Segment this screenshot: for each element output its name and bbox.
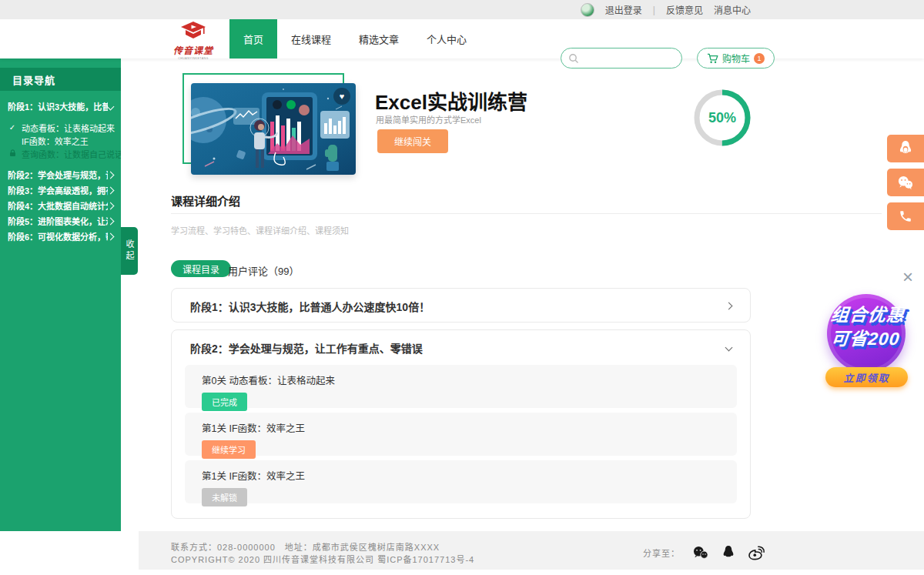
phone-contact-button[interactable] (887, 202, 924, 230)
sidebar-item-stage1[interactable]: 阶段1：认识3大技能，比普通人... (0, 99, 121, 114)
sidebar-title: 目录导航 (0, 68, 121, 91)
qq-icon (898, 140, 913, 157)
share-bar: 分享至： (643, 545, 766, 560)
catalog-sidebar: 目录导航 阶段1：认识3大技能，比普通人... ✓ 动态看板：让表格动起来 IF… (0, 59, 121, 531)
cart-icon (707, 53, 718, 64)
tab-course-catalog[interactable]: 课程目录 (171, 260, 231, 277)
sidebar-item-stage3[interactable]: 阶段3：学会高级透视，拥有同时... (0, 182, 121, 198)
check-icon: ✓ (8, 123, 17, 132)
sidebar-collapse-tab[interactable]: 收起 (121, 227, 138, 275)
sidebar-item-stage2[interactable]: 阶段2：学会处理与规范，让工作... (0, 167, 121, 182)
progress-percent: 50% (691, 87, 753, 149)
share-wechat-icon[interactable] (692, 546, 709, 560)
lesson-row-dashboard[interactable]: 第0关 动态看板：让表格动起来 已完成 (185, 365, 737, 408)
sidebar-item-stage5[interactable]: 阶段5：进阶图表美化，让汇报一... (0, 213, 121, 229)
lesson-row-if-continue[interactable]: 第1关 IF函数：效率之王 继续学习 (185, 413, 737, 456)
stage2-card: 阶段2：学会处理与规范，让工作有重点、零错误 第0关 动态看板：让表格动起来 已… (171, 329, 751, 519)
cart-count-badge: 1 (754, 53, 765, 64)
lesson-row-if-locked[interactable]: 第1关 IF函数：效率之王 未解锁 (185, 460, 737, 503)
chevron-right-icon (107, 171, 115, 179)
nav-menu: 首页 在线课程 精选文章 个人中心 (229, 19, 480, 59)
course-cover-illustration (191, 83, 356, 175)
tab-user-comments[interactable]: 用户评论（99） (228, 263, 299, 278)
course-title: Excel实战训练营 (375, 86, 527, 115)
cart-button[interactable]: 购物车 1 (697, 48, 775, 69)
sidebar-list: 阶段1：认识3大技能，比普通人... ✓ 动态看板：让表格动起来 IF函数：效率… (0, 91, 121, 244)
footer-contact: 联系方式：028-0000000 地址：成都市武侯区槐树店南路XXXX (171, 540, 440, 553)
promo-close-icon[interactable]: × (902, 268, 913, 286)
wechat-icon (897, 176, 914, 190)
nav-item-profile[interactable]: 个人中心 (413, 19, 480, 59)
footer-copyright: COPYRIGHT© 2020 四川传音课堂科技有限公司 蜀ICP备170177… (171, 553, 474, 565)
search-input[interactable] (561, 48, 682, 68)
share-weibo-icon[interactable] (748, 545, 766, 560)
nav-item-articles[interactable]: 精选文章 (345, 19, 413, 59)
topbar-divider: | (653, 5, 655, 15)
chevron-right-icon (107, 232, 115, 240)
phone-icon (899, 209, 912, 223)
chevron-down-icon (107, 102, 115, 110)
status-badge-continue[interactable]: 继续学习 (202, 440, 256, 459)
favorite-heart-icon[interactable]: ♥ (333, 88, 350, 105)
chevron-right-icon (107, 202, 115, 209)
course-cover-image[interactable] (191, 83, 356, 175)
share-qq-icon[interactable] (721, 545, 735, 560)
status-badge-locked: 未解锁 (202, 488, 247, 506)
stage1-header[interactable]: 阶段1：认识3大技能，比普通人办公速度快10倍！ (172, 289, 750, 323)
user-avatar[interactable] (581, 3, 594, 17)
chevron-right-icon (107, 217, 115, 225)
course-subtitle: 用最简单实用的方式学Excel (376, 113, 481, 125)
page-footer: 联系方式：028-0000000 地址：成都市武侯区槐树店南路XXXX COPY… (139, 531, 924, 570)
course-detail-page: 退出登录 | 反馈意见 消息中心 传音课堂 CHUANYINKETANG 首页 … (0, 0, 924, 575)
logo-cap-icon (180, 22, 206, 40)
chevron-right-icon (725, 303, 733, 310)
cart-label: 购物车 (722, 52, 750, 65)
site-logo[interactable]: 传音课堂 CHUANYINKETANG (171, 22, 216, 60)
nav-item-courses[interactable]: 在线课程 (277, 19, 345, 59)
feedback-link[interactable]: 反馈意见 (666, 3, 703, 16)
status-badge-done: 已完成 (202, 393, 247, 411)
continue-button[interactable]: 继续闯关 (377, 129, 448, 153)
sidebar-item-stage6[interactable]: 阶段6：可视化数据分析，帮老板... (0, 229, 121, 244)
main-navbar: 传音课堂 CHUANYINKETANG 首页 在线课程 精选文章 个人中心 搜索… (0, 19, 924, 59)
qq-contact-button[interactable] (887, 135, 924, 162)
progress-ring: 50% (691, 87, 753, 149)
stage2-header[interactable]: 阶段2：学会处理与规范，让工作有重点、零错误 (172, 330, 750, 365)
messages-link[interactable]: 消息中心 (714, 3, 751, 16)
top-utility-bar: 退出登录 | 反馈意见 消息中心 (0, 0, 924, 19)
sidebar-item-stage4[interactable]: 阶段4：大批数据自动统计分析，... (0, 198, 121, 213)
chevron-right-icon (107, 186, 115, 194)
logo-subtitle: CHUANYINKETANG (173, 56, 213, 60)
wechat-contact-button[interactable] (887, 169, 924, 196)
promo-claim-button[interactable]: 立即领取 (825, 367, 908, 387)
logo-title: 传音课堂 (171, 43, 216, 56)
promo-badge-circle[interactable] (827, 294, 906, 373)
lock-icon (8, 149, 17, 159)
sidebar-lesson-lookup-locked[interactable]: 查询函数：让数据自己说话 (0, 147, 121, 160)
logout-link[interactable]: 退出登录 (605, 3, 642, 16)
nav-item-home[interactable]: 首页 (229, 19, 277, 59)
sidebar-lesson-dashboard[interactable]: ✓ 动态看板：让表格动起来 (0, 121, 121, 134)
stage1-card: 阶段1：认识3大技能，比普通人办公速度快10倍！ (171, 288, 751, 323)
sidebar-lesson-if[interactable]: IF函数：效率之王 (0, 134, 121, 147)
detail-heading: 课程详细介绍 (171, 192, 240, 209)
chevron-down-icon (725, 344, 733, 352)
detail-blurb: 学习流程、学习特色、课程详细介绍、课程须知 (171, 224, 349, 236)
search-bar: 搜索 (561, 48, 682, 69)
search-icon (568, 53, 579, 64)
divider (171, 213, 882, 214)
share-label: 分享至： (643, 547, 680, 559)
